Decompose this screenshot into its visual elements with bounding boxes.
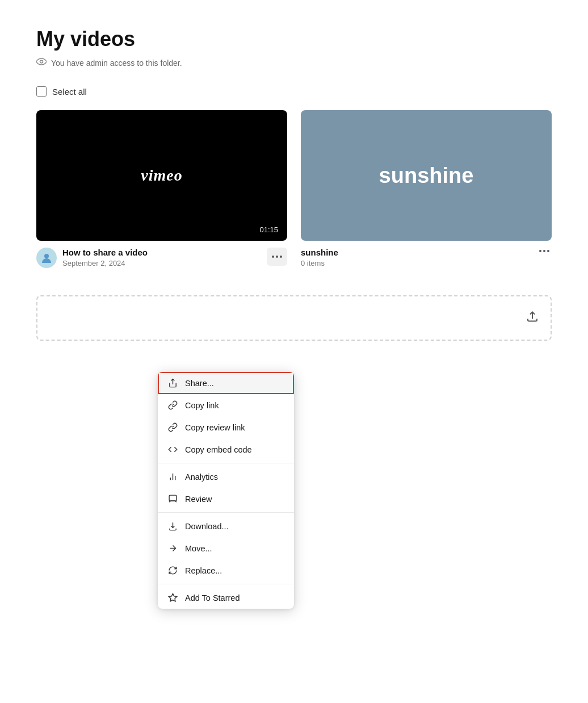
- menu-item-move[interactable]: Move...: [158, 537, 294, 559]
- analytics-icon: [167, 472, 178, 482]
- menu-item-copy-link[interactable]: Copy link: [158, 394, 294, 416]
- video-info-2: sunshine 0 items: [301, 248, 552, 267]
- upload-area[interactable]: [36, 295, 552, 341]
- menu-label-add-starred: Add To Starred: [185, 593, 240, 602]
- move-icon: [167, 543, 178, 553]
- folder-count: 0 items: [301, 259, 338, 267]
- video-duration: 01:15: [256, 224, 282, 235]
- menu-item-replace[interactable]: Replace...: [158, 559, 294, 581]
- menu-divider-3: [158, 584, 294, 584]
- menu-item-review[interactable]: Review: [158, 488, 294, 510]
- svg-rect-6: [169, 495, 177, 501]
- menu-label-review: Review: [185, 495, 212, 504]
- menu-item-copy-embed[interactable]: Copy embed code: [158, 438, 294, 461]
- menu-divider-2: [158, 512, 294, 513]
- page-title: My videos: [36, 27, 552, 51]
- admin-notice-text: You have admin access to this folder.: [51, 58, 182, 68]
- folder-name: sunshine: [301, 248, 338, 257]
- menu-label-download: Download...: [185, 522, 229, 531]
- video-info-1: How to share a video September 2, 2024: [36, 248, 287, 268]
- video-meta-2: sunshine 0 items: [301, 248, 338, 267]
- menu-item-copy-review-link[interactable]: Copy review link: [158, 416, 294, 438]
- menu-label-share: Share...: [185, 379, 214, 388]
- menu-item-add-starred[interactable]: Add To Starred: [158, 587, 294, 609]
- menu-label-move: Move...: [185, 544, 212, 553]
- menu-label-copy-review-link: Copy review link: [185, 423, 245, 432]
- page-container: My videos You have admin access to this …: [0, 0, 588, 368]
- svg-marker-10: [169, 593, 177, 601]
- menu-label-analytics: Analytics: [185, 472, 218, 482]
- embed-icon: [167, 445, 178, 454]
- menu-label-copy-link: Copy link: [185, 401, 219, 410]
- video-menu-button-1[interactable]: [267, 248, 287, 266]
- svg-point-1: [44, 254, 49, 258]
- download-icon: [167, 521, 178, 531]
- menu-label-replace: Replace...: [185, 566, 222, 575]
- menu-item-share[interactable]: Share...: [158, 372, 294, 394]
- video-date-1: September 2, 2024: [62, 259, 148, 267]
- avatar-1: [36, 248, 57, 268]
- eye-icon: [36, 58, 47, 68]
- menu-item-download[interactable]: Download...: [158, 515, 294, 537]
- video-card-1: vimeo 01:15 How to share a video Septemb…: [36, 110, 287, 268]
- select-all-checkbox[interactable]: [36, 86, 47, 97]
- share-icon: [167, 378, 178, 388]
- select-all-label: Select all: [52, 87, 87, 97]
- folder-info: sunshine 0 items: [301, 248, 338, 267]
- video-meta-1: How to share a video September 2, 2024: [36, 248, 148, 268]
- menu-divider-1: [158, 463, 294, 463]
- vimeo-logo: vimeo: [141, 166, 182, 185]
- video-details-1: How to share a video September 2, 2024: [62, 248, 148, 267]
- review-icon: [167, 494, 178, 504]
- video-thumbnail-1[interactable]: vimeo 01:15: [36, 110, 287, 241]
- svg-point-0: [40, 60, 43, 63]
- upload-icon: [526, 310, 539, 327]
- video-name-1: How to share a video: [62, 248, 148, 257]
- select-all-row: Select all: [36, 86, 552, 97]
- videos-grid: vimeo 01:15 How to share a video Septemb…: [36, 110, 552, 341]
- sunshine-thumbnail-text: sunshine: [379, 164, 474, 188]
- video-thumbnail-2[interactable]: sunshine: [301, 110, 552, 241]
- video-card-2: sunshine sunshine 0 items: [301, 110, 552, 268]
- context-menu: Share... Copy link Copy review link: [158, 372, 294, 609]
- replace-icon: [167, 566, 178, 575]
- link-icon-1: [167, 400, 178, 410]
- menu-item-analytics[interactable]: Analytics: [158, 466, 294, 488]
- admin-notice: You have admin access to this folder.: [36, 58, 552, 68]
- link-icon-2: [167, 422, 178, 432]
- star-icon: [167, 593, 178, 602]
- menu-label-copy-embed: Copy embed code: [185, 445, 252, 454]
- folder-menu-button[interactable]: [537, 248, 552, 254]
